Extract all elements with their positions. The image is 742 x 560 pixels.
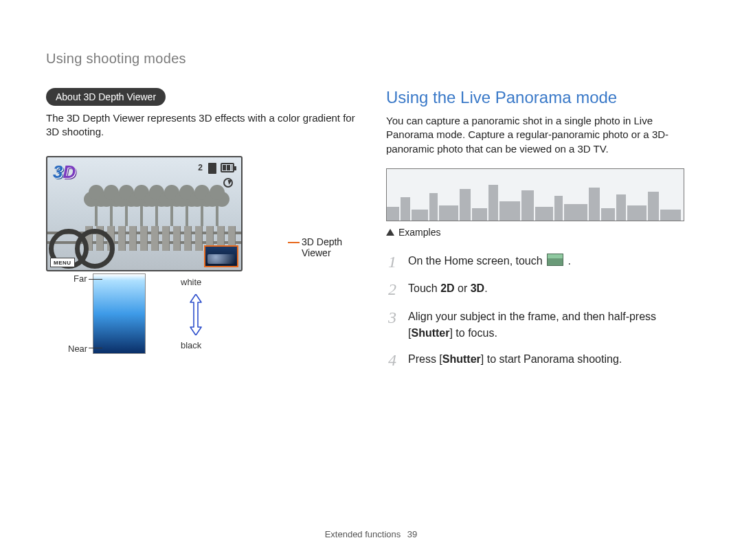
- scene-trees: [89, 185, 229, 226]
- panorama-mode-icon: [547, 254, 563, 266]
- triangle-up-icon: [386, 229, 394, 236]
- right-intro-text: You can capture a panoramic shot in a si…: [386, 114, 697, 156]
- camera-preview-illustration: 3D 2: [46, 156, 243, 271]
- depth-viewer-thumbnail: [204, 245, 238, 267]
- page-footer: Extended functions 39: [0, 529, 742, 539]
- step-number: 1: [386, 253, 398, 271]
- step-number: 2: [386, 280, 398, 298]
- gradient-tick-far: [89, 279, 102, 280]
- remaining-shots-count: 2: [198, 163, 203, 172]
- footer-section-name: Extended functions: [325, 529, 401, 539]
- panorama-example-illustration: [386, 168, 684, 221]
- page-number: 39: [407, 529, 417, 539]
- gradient-tick-near: [89, 348, 102, 348]
- step-1: 1 On the Home screen, touch .: [386, 253, 697, 271]
- right-column: Using the Live Panorama mode You can cap…: [386, 88, 697, 380]
- right-section-title: Using the Live Panorama mode: [386, 88, 697, 107]
- step-number: 3: [386, 309, 398, 326]
- step-text: Press [Shutter] to start Panorama shooti…: [408, 351, 622, 368]
- 3d-logo-icon: 3D: [53, 161, 76, 183]
- callout-depth-viewer-label: 3D Depth Viewer: [302, 236, 362, 258]
- two-way-arrow-icon: [189, 294, 203, 335]
- section-pill-3d-depth-viewer: About 3D Depth Viewer: [46, 88, 166, 106]
- svg-marker-0: [190, 294, 201, 335]
- gradient-bar: [93, 273, 146, 354]
- step-4: 4 Press [Shutter] to start Panorama shoo…: [386, 351, 697, 369]
- examples-caption: Examples: [386, 227, 697, 238]
- gradient-label-black: black: [181, 340, 201, 350]
- steps-list: 1 On the Home screen, touch . 2 Touch 2D…: [386, 253, 697, 369]
- depth-gradient-diagram: Far Near white black: [93, 273, 146, 354]
- gradient-label-near: Near: [68, 344, 87, 354]
- menu-button-icon: MENU: [50, 258, 75, 267]
- step-text: Touch 2D or 3D.: [408, 280, 488, 297]
- gradient-label-far: Far: [74, 273, 87, 284]
- sd-card-icon: [208, 163, 216, 174]
- left-intro-text: The 3D Depth Viewer represents 3D effect…: [46, 111, 362, 139]
- callout-leader-line: [288, 242, 300, 243]
- step-3: 3 Align your subject in the frame, and t…: [386, 309, 697, 341]
- chapter-title: Using shooting modes: [46, 51, 186, 67]
- battery-icon: [221, 163, 234, 172]
- step-number: 4: [386, 351, 398, 369]
- skyline-silhouette: [387, 183, 684, 221]
- gradient-label-white: white: [181, 277, 201, 287]
- step-2: 2 Touch 2D or 3D.: [386, 280, 697, 298]
- manual-page: Using shooting modes About 3D Depth View…: [0, 0, 742, 560]
- step-text: On the Home screen, touch .: [408, 253, 571, 269]
- step-text: Align your subject in the frame, and the…: [408, 309, 697, 341]
- left-column: About 3D Depth Viewer The 3D Depth Viewe…: [46, 88, 362, 271]
- examples-label: Examples: [398, 227, 440, 238]
